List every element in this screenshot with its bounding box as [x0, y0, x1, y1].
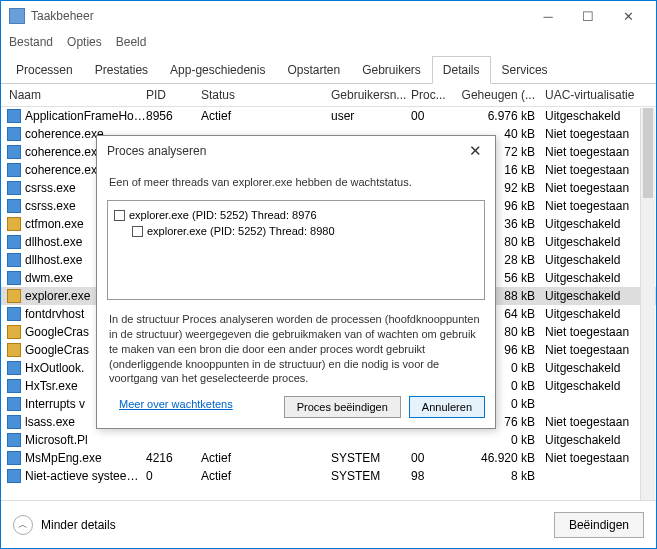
process-icon: [7, 433, 21, 447]
fewer-details-label[interactable]: Minder details: [41, 518, 116, 532]
tab-services[interactable]: Services: [491, 56, 559, 84]
table-row[interactable]: Microsoft.Pl0 kBUitgeschakeld: [1, 431, 656, 449]
cell-uac: Niet toegestaan: [541, 163, 656, 177]
cell-status: Actief: [201, 469, 331, 483]
process-icon: [7, 307, 21, 321]
process-icon: [7, 253, 21, 267]
cell-uac: Uitgeschakeld: [541, 433, 656, 447]
process-icon: [7, 343, 21, 357]
chevron-up-icon[interactable]: ︿: [13, 515, 33, 535]
menu-options[interactable]: Opties: [67, 35, 102, 49]
tab-processes[interactable]: Processen: [5, 56, 84, 84]
scrollbar-thumb[interactable]: [643, 108, 653, 198]
tab-startup[interactable]: Opstarten: [276, 56, 351, 84]
process-icon: [7, 109, 21, 123]
app-icon: [9, 8, 25, 24]
process-icon: [7, 199, 21, 213]
cell-name: MsMpEng.exe: [25, 451, 146, 465]
cell-uac: Niet toegestaan: [541, 451, 656, 465]
cell-status: Actief: [201, 451, 331, 465]
col-user[interactable]: Gebruikersn...: [331, 88, 411, 102]
cancel-button[interactable]: Annuleren: [409, 396, 485, 418]
tabs: Processen Prestaties App-geschiedenis Op…: [1, 55, 656, 84]
tab-users[interactable]: Gebruikers: [351, 56, 432, 84]
cell-name: Microsoft.Pl: [25, 433, 146, 447]
dialog-title: Proces analyseren: [107, 144, 206, 158]
dialog-close-icon[interactable]: ✕: [465, 142, 485, 160]
process-icon: [7, 145, 21, 159]
process-icon: [7, 361, 21, 375]
cell-uac: Uitgeschakeld: [541, 253, 656, 267]
minimize-button[interactable]: ─: [528, 1, 568, 31]
process-icon: [7, 289, 21, 303]
scrollbar[interactable]: [640, 108, 655, 501]
cell-uac: Niet toegestaan: [541, 181, 656, 195]
cell-proc: 98: [411, 469, 461, 483]
col-uac[interactable]: UAC-virtualisatie: [541, 88, 656, 102]
col-mem[interactable]: Geheugen (...: [461, 88, 541, 102]
cell-name: ApplicationFrameHos...: [25, 109, 146, 123]
process-icon: [7, 397, 21, 411]
titlebar: Taakbeheer ─ ☐ ✕: [1, 1, 656, 31]
menu-file[interactable]: Bestand: [9, 35, 53, 49]
cell-mem: 46.920 kB: [461, 451, 541, 465]
wait-chain-tree[interactable]: explorer.exe (PID: 5252) Thread: 8976 ex…: [107, 200, 485, 300]
cell-pid: 4216: [146, 451, 201, 465]
col-status[interactable]: Status: [201, 88, 331, 102]
checkbox[interactable]: [114, 210, 125, 221]
dialog-description: In de structuur Proces analyseren worden…: [97, 308, 495, 390]
tree-item-root[interactable]: explorer.exe (PID: 5252) Thread: 8976: [114, 207, 478, 223]
col-pid[interactable]: PID: [146, 88, 201, 102]
process-icon: [7, 127, 21, 141]
cell-uac: Uitgeschakeld: [541, 361, 656, 375]
cell-uac: Niet toegestaan: [541, 127, 656, 141]
col-proc[interactable]: Proc...: [411, 88, 461, 102]
checkbox[interactable]: [132, 226, 143, 237]
cell-user: SYSTEM: [331, 469, 411, 483]
cell-user: user: [331, 109, 411, 123]
end-task-button[interactable]: Beëindigen: [554, 512, 644, 538]
cell-user: SYSTEM: [331, 451, 411, 465]
footer: ︿ Minder details Beëindigen: [1, 500, 656, 548]
analyze-wait-chain-dialog: Proces analyseren ✕ Een of meer threads …: [96, 135, 496, 429]
close-button[interactable]: ✕: [608, 1, 648, 31]
table-row[interactable]: MsMpEng.exe4216ActiefSYSTEM0046.920 kBNi…: [1, 449, 656, 467]
process-icon: [7, 415, 21, 429]
menu-view[interactable]: Beeld: [116, 35, 147, 49]
cell-uac: Uitgeschakeld: [541, 307, 656, 321]
cell-uac: Niet toegestaan: [541, 199, 656, 213]
maximize-button[interactable]: ☐: [568, 1, 608, 31]
cell-mem: 0 kB: [461, 433, 541, 447]
cell-uac: Uitgeschakeld: [541, 217, 656, 231]
cell-proc: 00: [411, 109, 461, 123]
wait-chains-link[interactable]: Meer over wachtketens: [107, 396, 245, 418]
tab-performance[interactable]: Prestaties: [84, 56, 159, 84]
cell-uac: Niet toegestaan: [541, 145, 656, 159]
process-icon: [7, 217, 21, 231]
process-icon: [7, 271, 21, 285]
process-icon: [7, 469, 21, 483]
cell-uac: Niet toegestaan: [541, 325, 656, 339]
cell-proc: 00: [411, 451, 461, 465]
tab-details[interactable]: Details: [432, 56, 491, 84]
window-title: Taakbeheer: [31, 9, 528, 23]
col-name[interactable]: Naam: [1, 88, 146, 102]
process-icon: [7, 235, 21, 249]
table-row[interactable]: ApplicationFrameHos...8956Actiefuser006.…: [1, 107, 656, 125]
table-row[interactable]: Niet-actieve systeem...0ActiefSYSTEM988 …: [1, 467, 656, 485]
cell-status: Actief: [201, 109, 331, 123]
cell-pid: 8956: [146, 109, 201, 123]
cell-uac: Uitgeschakeld: [541, 109, 656, 123]
cell-mem: 6.976 kB: [461, 109, 541, 123]
cell-uac: Uitgeschakeld: [541, 235, 656, 249]
end-process-button[interactable]: Proces beëindigen: [284, 396, 401, 418]
process-icon: [7, 379, 21, 393]
process-icon: [7, 163, 21, 177]
process-icon: [7, 451, 21, 465]
process-icon: [7, 325, 21, 339]
process-icon: [7, 181, 21, 195]
tab-apphistory[interactable]: App-geschiedenis: [159, 56, 276, 84]
cell-uac: Uitgeschakeld: [541, 271, 656, 285]
cell-name: Niet-actieve systeem...: [25, 469, 146, 483]
tree-item-child[interactable]: explorer.exe (PID: 5252) Thread: 8980: [114, 223, 478, 239]
